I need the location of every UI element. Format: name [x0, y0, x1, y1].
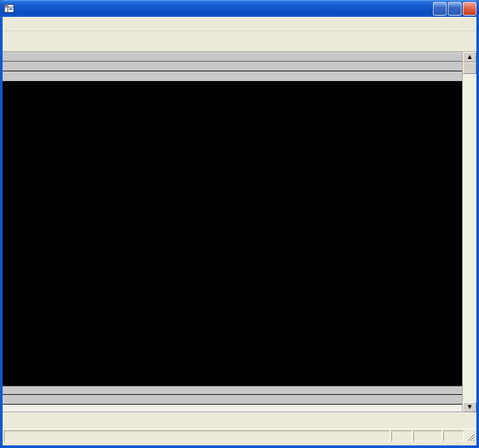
status-panel-1	[391, 430, 412, 442]
menu-bar	[3, 17, 476, 31]
title-bar[interactable]	[0, 0, 479, 17]
resize-grip[interactable]	[465, 432, 474, 441]
toolbar	[3, 31, 476, 52]
vertical-scrollbar[interactable]: ▲ ▼	[462, 52, 476, 412]
app-icon	[4, 3, 14, 14]
scroll-up-icon[interactable]: ▲	[463, 52, 476, 62]
scrollbar-thumb[interactable]	[463, 62, 476, 74]
status-message	[4, 430, 390, 442]
day-scale	[3, 71, 462, 82]
minimize-button[interactable]	[433, 2, 447, 16]
status-panel-2	[443, 430, 464, 442]
maximize-button[interactable]	[448, 2, 461, 16]
month-scale	[3, 62, 462, 71]
close-button[interactable]	[463, 2, 476, 16]
sheet-tab-bar	[3, 412, 476, 429]
status-panel-num	[413, 430, 442, 442]
status-bar	[3, 429, 476, 442]
content-area: ▲ ▼	[3, 52, 476, 412]
scroll-down-icon[interactable]: ▼	[463, 402, 476, 412]
weekday-scale	[3, 395, 462, 405]
app-window: ▲ ▼	[0, 0, 479, 448]
scrollbar-track[interactable]	[463, 74, 476, 402]
bottom-ruler	[3, 386, 462, 395]
top-ruler	[3, 52, 462, 62]
week-number-scale	[3, 405, 462, 412]
network-diagram-canvas[interactable]	[3, 82, 462, 386]
